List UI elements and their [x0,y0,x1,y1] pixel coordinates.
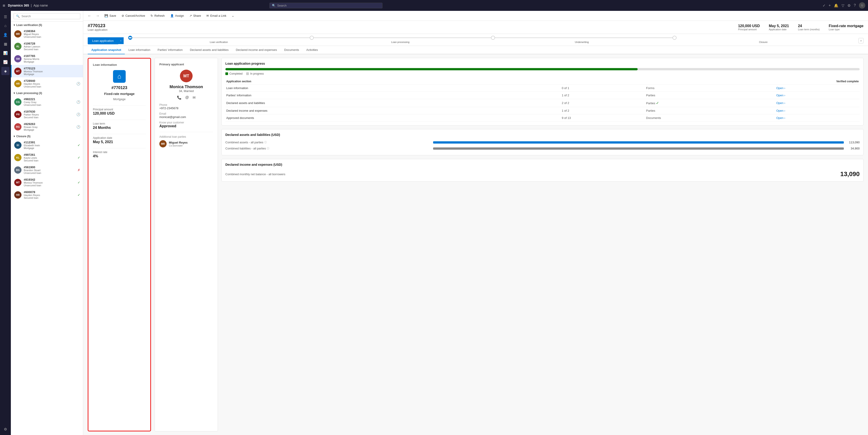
list-item-avatar: HR [14,80,22,87]
gear-icon[interactable]: ⚙ [847,3,850,8]
refresh-button[interactable]: ↻ Refresh [148,13,167,19]
share-button[interactable]: ↗ Share [187,13,204,19]
list-search-input[interactable] [22,14,78,18]
list-search-inner[interactable]: 🔍 [13,13,80,19]
cancel-archive-button[interactable]: ⊘ Cancel/Archive [119,13,147,19]
list-item[interactable]: EI #112391 Elizabeth Irwin Mortgage ✓ [11,139,83,151]
list-item-id: #198364 [24,29,80,33]
list-item-avatar: KL [14,154,22,161]
tab-parties-information[interactable]: Parties' information [154,46,186,54]
tab-activities[interactable]: Activities [303,46,321,54]
forward-button[interactable]: → [94,13,101,19]
sidebar-settings-icon[interactable]: ⚙ [1,425,9,433]
list-item-type: Hayden Reyes [24,83,74,85]
list-item[interactable]: AL #106728 Adrian Lawson Secured loan [11,40,83,53]
list-item[interactable]: MR #198364 Miguel Reyes Unsecured loan [11,28,83,40]
list-item-loan-type: Unsecured loan [24,35,80,38]
list-item[interactable]: KL #997261 Kayla Lewis Secured loan ✓ [11,151,83,164]
email-link-button[interactable]: ✉ Email a Link [204,13,228,19]
back-button[interactable]: ← [86,13,93,19]
help-icon[interactable]: ? [854,3,856,7]
sections-table: Application section Verified complete Lo… [225,78,860,122]
list-item-type: Serena Morris [24,58,80,60]
sidebar-people-icon[interactable]: 👤 [1,31,9,39]
stage-collapse-button[interactable]: ‹ [118,37,124,44]
list-item-type: Rowan Gray [24,126,74,128]
phone-icon[interactable]: 📞 [177,95,182,100]
bell-icon[interactable]: 🔔 [834,3,838,8]
progress-bar-container [225,68,860,70]
list-item[interactable]: BS #561900 Brandon Stuart Unsecured loan… [11,164,83,176]
sidebar-dashboard-icon[interactable]: ▦ [1,40,9,48]
section-open-link[interactable]: Open › [776,116,859,120]
save-button[interactable]: 💾 Save [102,13,119,19]
email-row: Email monicat@gmail.com [159,112,213,119]
list-group-header[interactable]: ▾Loan verification (5) [11,22,83,28]
list-item-loan-type: Mortgage [24,128,74,131]
in-progress-dot [246,72,249,75]
error-icon: ✗ [78,168,80,172]
sidebar-menu-icon[interactable]: ☰ [1,13,9,21]
list-item-loan-type: Unsecured loan [24,184,75,187]
cancel-icon: ⊘ [122,14,124,18]
process-nav-right-button[interactable]: › [859,38,864,43]
list-item-type: Monica Thomson [24,70,80,73]
list-item-info: #829263 Rowan Gray Mortgage [24,122,74,131]
assign-button[interactable]: 👤 Assign [168,13,186,19]
checkmark-icon[interactable]: ✓ [823,3,826,8]
more-button[interactable]: ⌄ [229,13,237,19]
additional-parties: Additional loan parties MR Miguel Reyes … [159,132,213,147]
list-item[interactable]: PR #197630 Parker Reyes Secured loan 🕐 [11,108,83,121]
section-open-link[interactable]: Open › [776,109,859,112]
sidebar-home-icon[interactable]: ⌂ [1,22,9,30]
info-icon[interactable]: ⓘ [267,147,269,150]
list-item-id: #829263 [24,122,74,126]
global-search-box[interactable]: 🔍 Search [270,3,382,8]
tab-loan-information[interactable]: Loan information [125,46,154,54]
section-open-link[interactable]: Open › [776,86,859,90]
loan-info-card-title: Loan information [93,63,117,66]
list-item-loan-type: Unsecured loan [24,172,75,174]
user-avatar[interactable]: U [859,2,865,8]
list-item-loan-type: Secured loan [24,116,74,119]
sidebar-chart-icon[interactable]: 📊 [1,49,9,57]
info-icon[interactable]: ⓘ [264,141,267,144]
loan-application-stage-button[interactable]: Loan application [88,37,118,44]
list-item-loan-type: Mortgage [24,60,80,63]
section-count: 1 of 2 [561,92,645,99]
list-item-info: #197765 Serena Morris Mortgage [24,54,80,63]
list-group-header[interactable]: ▾Loan processing (3) [11,90,83,96]
section-open-link[interactable]: Open › [776,101,859,105]
coborrower-row: MR Miguel Reyes Co-borrower [159,140,213,147]
applicant-panel: Primary applicant MT Monica Thomson 34, … [155,58,218,431]
nav-actions: ✓ + 🔔 ▽ ⚙ ? U [823,2,865,8]
list-item[interactable]: HR #728940 Hayden Reyes Unsecured loan 🕐 [11,77,83,90]
tab-documents[interactable]: Documents [281,46,303,54]
applicant-contact-icons: 📞 @ ✉ [159,95,213,100]
list-item-info: #198364 Miguel Reyes Unsecured loan [24,29,80,38]
tab-application-snapshot[interactable]: Application snapshot [88,46,125,54]
in-progress-legend: In progress [246,72,264,75]
grid-icon[interactable]: ⊞ [3,4,5,7]
list-group-header[interactable]: ▾Closure (5) [11,133,83,139]
sidebar-trending-icon[interactable]: 📈 [1,58,9,66]
filter-icon[interactable]: ▽ [842,3,844,8]
list-item[interactable]: MT #819342 Monica Thomson Unsecured loan… [11,176,83,189]
assets-label: Combined liabilities - all parties ⓘ [225,147,431,150]
list-item[interactable]: RG #829263 Rowan Gray Mortgage 🕐 [11,121,83,133]
tab-declared-income[interactable]: Declared income and expenses [232,46,281,54]
list-item[interactable]: CG #982221 Corey Gray Unsecured loan 🕐 [11,96,83,108]
tab-declared-assets[interactable]: Declared assets and liabilities [186,46,232,54]
list-item[interactable]: SM #197765 Serena Morris Mortgage [11,53,83,65]
plus-icon[interactable]: + [829,3,831,7]
income-value: 13,090 [840,170,860,178]
assets-card: Declared assets and liabilities (USD) Co… [221,129,864,155]
list-item-info: #106728 Adrian Lawson Secured loan [24,42,80,51]
list-item[interactable]: HR #600078 Hayden Reyes Secured loan ✓ [11,189,83,201]
email-at-icon[interactable]: @ [185,95,189,100]
sidebar-loan-icon[interactable]: ◈ [1,67,9,75]
section-name: Declared assets and liabilities [225,99,561,107]
list-item[interactable]: MT #770123 Monica Thomson Mortgage [11,65,83,77]
section-open-link[interactable]: Open › [776,94,859,97]
message-icon[interactable]: ✉ [193,95,195,100]
